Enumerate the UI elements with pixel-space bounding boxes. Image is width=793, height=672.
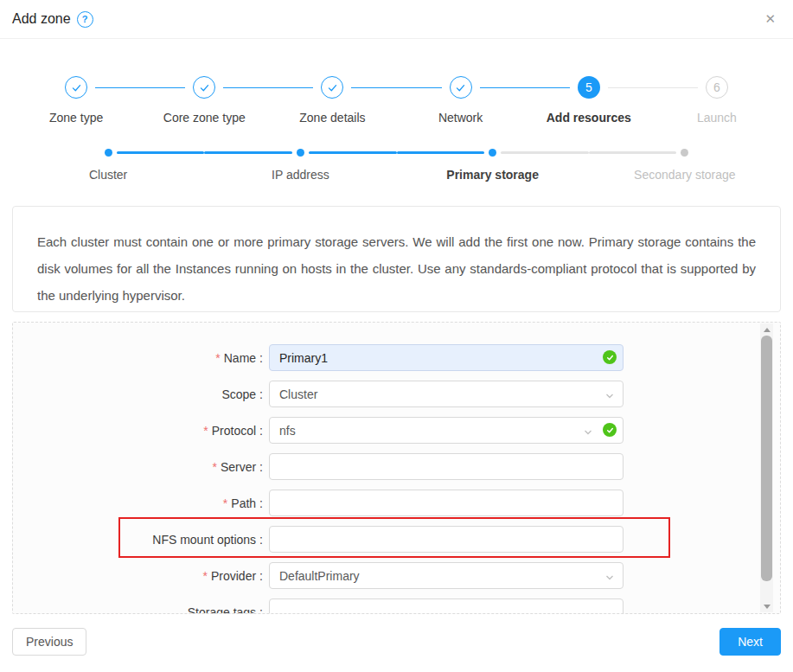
storage-tags-input[interactable] <box>269 598 624 614</box>
step-connector-line <box>223 87 268 88</box>
chevron-down-icon <box>604 571 615 586</box>
substep-connector-line <box>309 151 397 154</box>
step-label: Zone type <box>49 111 103 125</box>
form-field: DefaultPrimary <box>269 562 624 589</box>
required-asterisk: * <box>223 496 227 510</box>
select-value: nfs <box>279 424 296 438</box>
substep-connector-line <box>397 151 485 154</box>
step-connector-line <box>268 87 313 88</box>
field-label-text: Scope <box>221 387 256 401</box>
step-label: Launch <box>697 111 737 125</box>
chevron-down-icon <box>583 426 593 441</box>
label-colon: : <box>259 533 263 547</box>
required-asterisk: * <box>203 424 208 438</box>
field-label-text: NFS mount options <box>152 533 256 547</box>
step-connector-row <box>268 76 396 99</box>
field-label-text: Provider <box>211 569 256 583</box>
scroll-down-arrow-icon[interactable] <box>760 600 773 612</box>
dialog-header: Add zone ? ✕ <box>0 0 793 39</box>
label-colon: : <box>259 387 263 401</box>
form-row-storage-tags: Storage tags: <box>13 598 780 614</box>
form-label: *Path: <box>13 496 263 510</box>
protocol-select[interactable]: nfs <box>269 417 624 444</box>
step-connector-line <box>140 87 185 88</box>
required-asterisk: * <box>215 351 220 365</box>
form-field <box>269 453 624 480</box>
step-network: Network <box>397 76 525 125</box>
form-field <box>269 344 624 371</box>
step-number-circle: 6 <box>706 76 728 99</box>
required-asterisk: * <box>212 460 216 474</box>
next-button[interactable]: Next <box>719 628 781 656</box>
step-connector-row <box>140 76 268 99</box>
scrollbar-thumb[interactable] <box>761 336 772 581</box>
step-label: Network <box>438 111 483 125</box>
info-panel: Each cluster must contain one or more pr… <box>12 206 781 312</box>
check-icon <box>321 76 343 99</box>
help-icon[interactable]: ? <box>77 11 93 28</box>
label-colon: : <box>259 424 263 438</box>
check-icon <box>65 76 87 99</box>
step-core-zone-type: Core zone type <box>140 76 268 125</box>
substep-connector-line <box>204 151 292 154</box>
scope-select[interactable]: Cluster <box>269 381 624 407</box>
form-field: nfs <box>269 417 624 444</box>
path-input[interactable] <box>269 490 624 516</box>
chevron-down-icon <box>604 389 615 405</box>
substep-cluster: Cluster <box>12 148 204 182</box>
step-connector-row: 5 <box>525 76 653 99</box>
form-row-server: *Server: <box>13 453 780 480</box>
scroll-up-arrow-icon[interactable] <box>760 323 773 336</box>
substep-connector-row <box>397 148 589 157</box>
nfs-mount-options-input[interactable] <box>269 526 624 553</box>
substep-dot-icon <box>297 149 304 157</box>
scrollbar[interactable] <box>760 323 773 612</box>
triangle-down-icon <box>764 605 771 609</box>
form-row-scope: Scope:Cluster <box>13 381 780 407</box>
required-asterisk: * <box>203 569 208 583</box>
substep-connector-row <box>12 148 204 157</box>
wizard-steps: Zone typeCore zone typeZone detailsNetwo… <box>12 76 781 125</box>
form-panel: *Name:Scope:Cluster*Protocol:nfs*Server:… <box>12 322 781 614</box>
field-label-text: Name <box>224 351 256 365</box>
substep-primary-storage: Primary storage <box>397 148 589 182</box>
field-label-text: Storage tags <box>188 605 256 615</box>
substep-connector-line <box>501 151 589 154</box>
form-row-name: *Name: <box>13 344 780 371</box>
name-input[interactable] <box>269 344 624 371</box>
previous-button[interactable]: Previous <box>12 628 86 656</box>
check-icon <box>193 76 215 99</box>
substep-ip-address: IP address <box>204 148 396 182</box>
label-colon: : <box>259 351 263 365</box>
step-connector-line <box>608 87 653 88</box>
success-check-icon <box>603 350 617 364</box>
dialog-title: Add zone <box>12 11 71 27</box>
check-icon <box>450 76 472 99</box>
label-colon: : <box>259 460 263 474</box>
substep-connector-line <box>117 151 205 154</box>
form-field <box>269 490 624 516</box>
step-zone-type: Zone type <box>12 76 140 125</box>
close-icon[interactable]: ✕ <box>764 10 776 29</box>
step-connector-row: 6 <box>653 76 781 99</box>
form-row-protocol: *Protocol:nfs <box>13 417 780 444</box>
form-row-path: *Path: <box>13 490 780 516</box>
label-colon: : <box>259 605 263 615</box>
step-connector-line <box>480 87 525 88</box>
step-connector-line <box>95 87 140 88</box>
step-label: Add resources <box>547 111 631 125</box>
info-text: Each cluster must contain one or more pr… <box>37 228 756 309</box>
label-colon: : <box>259 496 263 510</box>
substep-dot-icon <box>489 149 496 157</box>
substep-connector-row <box>204 148 396 157</box>
substep-connector-row <box>589 148 781 157</box>
label-colon: : <box>259 569 263 583</box>
server-input[interactable] <box>269 453 624 480</box>
substep-label: Primary storage <box>446 168 539 182</box>
add-zone-dialog: Add zone ? ✕ Zone typeCore zone typeZone… <box>0 0 793 672</box>
step-number: 6 <box>713 80 720 94</box>
form-label: Storage tags: <box>13 605 263 615</box>
form-rows: *Name:Scope:Cluster*Protocol:nfs*Server:… <box>13 323 780 614</box>
step-connector-line <box>653 87 698 88</box>
provider-select[interactable]: DefaultPrimary <box>269 562 624 589</box>
